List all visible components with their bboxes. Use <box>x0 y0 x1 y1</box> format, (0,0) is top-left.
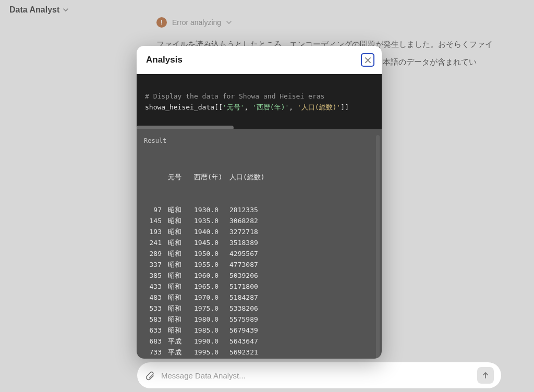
cell-pop: 2812335 <box>229 204 276 215</box>
chevron-down-icon <box>63 7 69 13</box>
cell-pop: 5575989 <box>229 314 276 325</box>
table-row: 145昭和1935.03068282 <box>144 215 373 226</box>
cell-index: 533 <box>144 303 168 314</box>
message-composer[interactable]: Message Data Analyst... <box>137 362 502 389</box>
cell-era: 平成 <box>168 358 194 359</box>
table-row: 533昭和1975.05338206 <box>144 303 373 314</box>
result-table: 元号 西暦(年) 人口(総数) 97昭和1930.02812335145昭和19… <box>144 150 373 359</box>
cell-index: 97 <box>144 204 168 215</box>
cell-pop: 3068282 <box>229 215 276 226</box>
cell-era: 昭和 <box>168 259 194 270</box>
composer-placeholder: Message Data Analyst... <box>161 371 471 380</box>
vertical-scrollbar[interactable] <box>376 135 380 359</box>
analysis-modal: Analysis # Display the data for Showa an… <box>137 46 382 359</box>
table-header: 西暦(年) <box>194 172 229 182</box>
cell-index: 241 <box>144 237 168 248</box>
table-header <box>144 172 168 182</box>
cell-index: 733 <box>144 347 168 358</box>
cell-year: 1990.0 <box>194 336 229 347</box>
cell-year: 1975.0 <box>194 303 229 314</box>
table-row: 193昭和1940.03272718 <box>144 226 373 237</box>
cell-index: 385 <box>144 270 168 281</box>
modal-header: Analysis <box>137 46 382 74</box>
table-row: 583昭和1980.05575989 <box>144 314 373 325</box>
cell-pop: 5643647 <box>229 336 276 347</box>
cell-index: 483 <box>144 292 168 303</box>
table-row: 433昭和1965.05171800 <box>144 281 373 292</box>
cell-year: 1995.0 <box>194 347 229 358</box>
cell-pop: 5171800 <box>229 281 276 292</box>
cell-year: 1955.0 <box>194 259 229 270</box>
cell-year: 1935.0 <box>194 215 229 226</box>
error-banner[interactable]: ! Error analyzing <box>156 16 501 30</box>
cell-index: 783 <box>144 358 168 359</box>
cell-pop: 5692321 <box>229 347 276 358</box>
cell-pop: 5683062 <box>229 358 276 359</box>
cell-year: 1970.0 <box>194 292 229 303</box>
app-title-dropdown[interactable]: Data Analyst <box>9 5 69 15</box>
cell-year: 1940.0 <box>194 226 229 237</box>
cell-era: 昭和 <box>168 325 194 336</box>
cell-year: 1965.0 <box>194 281 229 292</box>
table-row: 733平成1995.05692321 <box>144 347 373 358</box>
error-label: Error analyzing <box>172 16 221 30</box>
cell-era: 平成 <box>168 336 194 347</box>
error-icon: ! <box>156 17 167 28</box>
send-button[interactable] <box>477 367 494 384</box>
cell-era: 昭和 <box>168 215 194 226</box>
cell-pop: 4295567 <box>229 248 276 259</box>
cell-era: 昭和 <box>168 237 194 248</box>
table-header: 元号 <box>168 172 194 182</box>
cell-era: 昭和 <box>168 314 194 325</box>
table-row: 633昭和1985.05679439 <box>144 325 373 336</box>
cell-pop: 5679439 <box>229 325 276 336</box>
cell-index: 193 <box>144 226 168 237</box>
cell-era: 平成 <box>168 347 194 358</box>
cell-index: 683 <box>144 336 168 347</box>
cell-index: 633 <box>144 325 168 336</box>
table-row: 683平成1990.05643647 <box>144 336 373 347</box>
close-icon <box>365 57 371 64</box>
code-line: showa_heisei_data[['元号', '西暦(年)', '人口(総数… <box>145 103 349 111</box>
code-comment: # Display the data for Showa and Heisei … <box>145 92 324 100</box>
cell-year: 1960.0 <box>194 270 229 281</box>
close-button[interactable] <box>361 53 374 67</box>
cell-pop: 4773087 <box>229 259 276 270</box>
cell-pop: 5039206 <box>229 270 276 281</box>
cell-year: 1930.0 <box>194 204 229 215</box>
cell-pop: 3272718 <box>229 226 276 237</box>
cell-index: 145 <box>144 215 168 226</box>
result-block: Result 元号 西暦(年) 人口(総数) 97昭和1930.02812335… <box>137 129 382 359</box>
cell-index: 583 <box>144 314 168 325</box>
table-row: 241昭和1945.03518389 <box>144 237 373 248</box>
modal-title: Analysis <box>146 55 183 65</box>
result-label: Result <box>144 136 373 146</box>
cell-era: 昭和 <box>168 270 194 281</box>
table-header-row: 元号 西暦(年) 人口(総数) <box>144 172 373 182</box>
table-row: 783平成2000.05683062 <box>144 358 373 359</box>
app-title: Data Analyst <box>9 5 59 15</box>
table-row: 97昭和1930.02812335 <box>144 204 373 215</box>
cell-year: 1945.0 <box>194 237 229 248</box>
cell-era: 昭和 <box>168 281 194 292</box>
code-block: # Display the data for Showa and Heisei … <box>137 74 382 129</box>
cell-era: 昭和 <box>168 248 194 259</box>
cell-era: 昭和 <box>168 226 194 237</box>
cell-year: 1985.0 <box>194 325 229 336</box>
cell-year: 1950.0 <box>194 248 229 259</box>
table-row: 385昭和1960.05039206 <box>144 270 373 281</box>
cell-era: 昭和 <box>168 204 194 215</box>
cell-era: 昭和 <box>168 303 194 314</box>
cell-year: 1980.0 <box>194 314 229 325</box>
chevron-down-icon <box>226 20 232 25</box>
table-header: 人口(総数) <box>229 172 276 182</box>
cell-year: 2000.0 <box>194 358 229 359</box>
cell-index: 289 <box>144 248 168 259</box>
cell-era: 昭和 <box>168 292 194 303</box>
table-row: 289昭和1950.04295567 <box>144 248 373 259</box>
table-body: 97昭和1930.02812335145昭和1935.03068282193昭和… <box>144 204 373 359</box>
cell-pop: 5184287 <box>229 292 276 303</box>
cell-index: 433 <box>144 281 168 292</box>
attach-icon[interactable] <box>144 370 155 381</box>
table-row: 337昭和1955.04773087 <box>144 259 373 270</box>
